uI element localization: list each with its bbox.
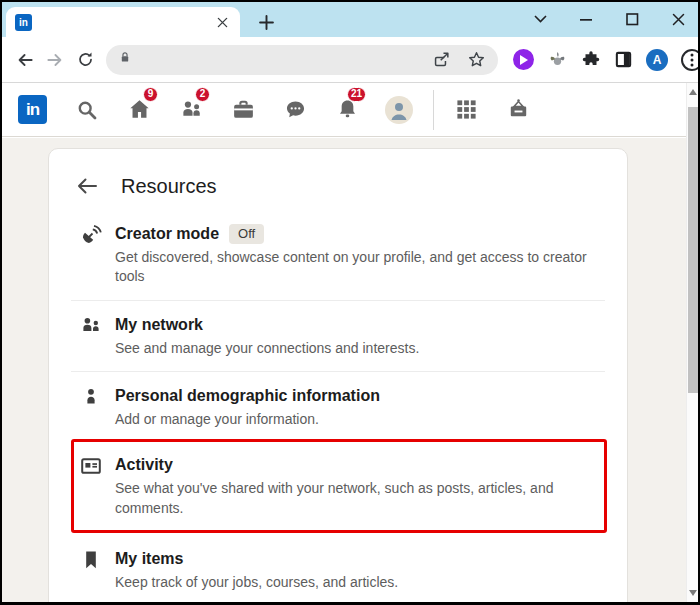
row-title: Personal demographic information (115, 385, 380, 407)
scroll-up-icon[interactable] (689, 89, 697, 95)
row-description: Keep track of your jobs, courses, and ar… (115, 573, 398, 592)
row-description: Add or manage your information. (115, 410, 380, 429)
row-title: Activity (115, 454, 596, 476)
bookmark-star-icon[interactable] (467, 50, 486, 69)
my-network-badge: 2 (195, 87, 210, 102)
list-item-creator-mode[interactable]: Creator mode Off Get discovered, showcas… (71, 210, 605, 301)
browser-window: in (0, 0, 700, 605)
chrome-profile-avatar[interactable]: A (646, 49, 668, 71)
play-extension-icon[interactable] (513, 49, 534, 70)
row-description: See and manage your connections and inte… (115, 339, 419, 358)
new-tab-button[interactable] (254, 10, 278, 34)
hands-extension-icon[interactable] (547, 49, 568, 70)
browser-toolbar: A (2, 37, 698, 83)
creator-mode-status-badge: Off (229, 224, 264, 244)
row-body: My items Keep track of your jobs, course… (115, 548, 398, 592)
minimize-icon[interactable] (576, 9, 596, 29)
address-bar-actions (432, 50, 486, 69)
nav-profile-avatar[interactable] (373, 84, 425, 136)
browser-tab[interactable]: in (6, 7, 240, 37)
nav-divider (433, 90, 434, 130)
row-title: Creator mode Off (115, 223, 605, 245)
browser-menu-icon[interactable] (681, 49, 700, 71)
maximize-icon[interactable] (622, 9, 642, 29)
list-item-personal-demographic[interactable]: Personal demographic information Add or … (71, 372, 605, 439)
contrast-extension-icon[interactable] (614, 50, 633, 69)
row-description: See what you've shared with your network… (115, 479, 596, 518)
nav-jobs-icon[interactable] (217, 84, 269, 136)
window-restore-chevron-icon[interactable] (530, 9, 550, 29)
person-icon (79, 385, 103, 409)
back-icon[interactable] (10, 45, 40, 75)
row-title: My items (115, 548, 398, 570)
close-window-icon[interactable] (668, 9, 688, 29)
nav-messaging-icon[interactable] (269, 84, 321, 136)
card-header: Resources (49, 149, 627, 210)
scrollbar-thumb[interactable] (688, 107, 698, 393)
lock-icon[interactable] (118, 50, 132, 69)
page-title: Resources (121, 175, 217, 198)
page-content: Resources Creator mode Off Get discovere… (2, 138, 698, 602)
reload-icon[interactable] (70, 45, 100, 75)
tab-close-icon[interactable] (213, 13, 231, 31)
red-highlight-box: Activity See what you've shared with you… (71, 439, 607, 533)
search-icon[interactable] (61, 84, 113, 136)
list-item-my-network[interactable]: My network See and manage your connectio… (71, 301, 605, 372)
share-icon[interactable] (432, 50, 451, 69)
row-title: My network (115, 314, 419, 336)
linkedin-logo[interactable]: in (18, 95, 47, 124)
home-badge: 9 (143, 87, 158, 102)
nav-home-icon[interactable]: 9 (113, 84, 165, 136)
resources-card: Resources Creator mode Off Get discovere… (48, 148, 628, 605)
back-arrow-icon[interactable] (75, 174, 99, 198)
list-item-my-items[interactable]: My items Keep track of your jobs, course… (71, 533, 605, 605)
notifications-badge: 21 (347, 87, 366, 102)
newspaper-icon (79, 454, 103, 478)
row-body: Personal demographic information Add or … (115, 385, 380, 429)
avatar (385, 96, 413, 124)
satellite-icon (79, 223, 103, 247)
row-description: Get discovered, showcase content on your… (115, 248, 605, 287)
address-bar[interactable] (106, 45, 498, 75)
nav-notifications-icon[interactable]: 21 (321, 84, 373, 136)
advertise-icon[interactable] (492, 84, 544, 136)
page-scrollbar[interactable] (686, 83, 698, 602)
bookmark-icon (79, 548, 103, 572)
extensions-puzzle-icon[interactable] (581, 50, 601, 70)
linkedin-navbar: in 9 2 21 (2, 83, 698, 137)
linkedin-favicon-icon: in (15, 14, 32, 31)
window-controls (530, 6, 688, 32)
extension-cluster: A (513, 49, 700, 71)
nav-my-network-icon[interactable]: 2 (165, 84, 217, 136)
row-body: Activity See what you've shared with you… (115, 454, 596, 518)
row-body: My network See and manage your connectio… (115, 314, 419, 358)
tab-strip: in (2, 2, 698, 37)
row-body: Creator mode Off Get discovered, showcas… (115, 223, 605, 287)
apps-grid-icon[interactable] (440, 84, 492, 136)
forward-icon[interactable] (40, 45, 70, 75)
people-icon (79, 314, 103, 338)
scroll-down-icon[interactable] (689, 590, 697, 596)
list-item-activity[interactable]: Activity See what you've shared with you… (74, 442, 604, 530)
